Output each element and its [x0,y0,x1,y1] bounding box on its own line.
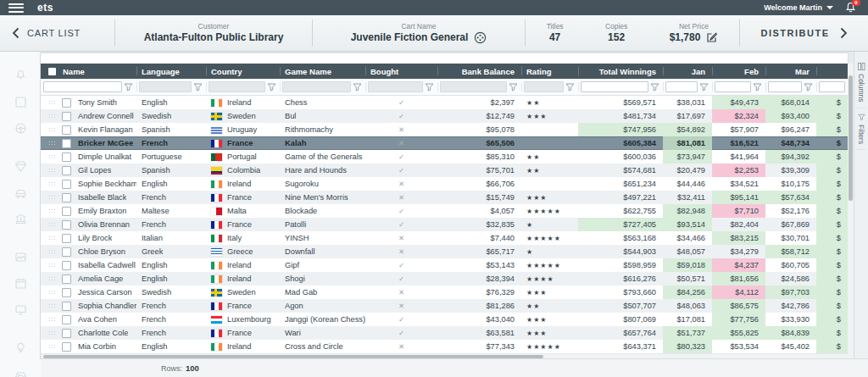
filter-funnel-icon[interactable] [192,83,203,91]
row-checkbox[interactable] [62,302,71,311]
table-row[interactable]: Lily BrockItalianItalyYINSH✕$7,440★★★★★$… [41,231,848,245]
table-row[interactable]: Sophia ChandlerFrenchFranceAgon✕$81,286★… [41,299,848,313]
filter-funnel-icon[interactable] [564,83,576,91]
row-checkbox[interactable] [62,274,71,284]
filter-funnel-icon[interactable] [802,83,814,91]
column-header-bought[interactable]: Bought [365,64,437,79]
row-drag-handle-icon[interactable] [48,317,55,322]
row-checkbox[interactable] [62,125,71,135]
table-row[interactable]: Tony SmithEnglishIrelandChess✓$2,397★★$5… [41,96,848,109]
filter-input-feb[interactable] [715,81,751,92]
side-tab-columns[interactable]: Columns [857,58,865,108]
filter-input-partial[interactable] [819,81,845,92]
row-drag-handle-icon[interactable] [48,263,55,268]
table-row[interactable]: Sophie BeckhamEnglishIrelandSugoroku✕$66… [41,177,848,191]
filter-input-name[interactable] [43,81,122,92]
filter-input-total[interactable] [581,81,648,92]
filter-input-mar[interactable] [768,81,802,92]
row-checkbox[interactable] [62,342,71,352]
sidebar-item-steering-wheel[interactable] [14,121,28,136]
user-menu[interactable]: Welcome Martin [764,3,833,12]
row-drag-handle-icon[interactable] [48,195,55,200]
table-row[interactable]: Amelia CageEnglishIrelandShogi✓$28,394★★… [41,272,848,286]
column-header-game[interactable]: Game Name [280,64,365,79]
filter-funnel-icon[interactable] [507,83,519,91]
sidebar-item-square[interactable] [14,95,28,109]
row-checkbox[interactable] [62,207,71,216]
row-drag-handle-icon[interactable] [48,303,55,308]
table-row[interactable]: Dimple UnalkatPortuguesePortugalGame of … [41,150,848,164]
table-row[interactable]: Isabelle BlackFrenchFranceNine Men's Mor… [41,191,848,204]
row-drag-handle-icon[interactable] [48,222,55,227]
row-checkbox[interactable] [62,193,71,202]
row-checkbox[interactable] [62,329,71,338]
table-row[interactable]: Ava CohenFrenchLuxembourgJanggi (Korean … [41,313,848,326]
column-header-bank[interactable]: Bank Balance [437,64,521,79]
column-header-partial[interactable] [816,64,848,79]
row-checkbox[interactable] [62,288,71,297]
side-tab-filters[interactable]: Filters [857,108,865,150]
table-row[interactable]: Kevin FlanaganSpanishUruguayRithmomachy✕… [41,123,848,136]
table-row[interactable]: Gil LopesSpanishColombiaHare and Hounds✓… [41,164,848,177]
column-header-total[interactable]: Total Winnings [578,64,663,79]
column-header-name[interactable]: Name [41,64,136,79]
row-drag-handle-icon[interactable] [48,154,55,159]
notifications-button[interactable]: 0 [845,2,856,14]
filter-funnel-icon[interactable] [122,83,134,91]
filter-funnel-icon[interactable] [751,83,763,91]
row-checkbox[interactable] [62,152,71,162]
row-drag-handle-icon[interactable] [48,181,55,186]
filter-input-jan[interactable] [665,81,698,92]
table-row[interactable]: Mia CorbinEnglishIrelandCross and Circle… [41,340,848,353]
sidebar-item-controller[interactable] [14,367,28,377]
filter-funnel-icon[interactable] [351,83,363,91]
table-row[interactable]: Isabella CadwellEnglishIrelandGipf✓$53,1… [41,258,848,272]
column-header-language[interactable]: Language [136,64,206,79]
sidebar-item-image[interactable] [14,250,28,264]
row-drag-handle-icon[interactable] [48,114,55,119]
film-reel-icon[interactable] [474,31,487,44]
sidebar-item-diamond[interactable] [14,159,28,174]
column-header-rating[interactable]: Rating [521,64,578,79]
row-drag-handle-icon[interactable] [48,127,55,132]
row-checkbox[interactable] [62,315,71,324]
row-drag-handle-icon[interactable] [48,344,55,349]
row-checkbox[interactable] [62,98,71,108]
row-checkbox[interactable] [62,139,71,148]
row-checkbox[interactable] [62,166,71,175]
row-drag-handle-icon[interactable] [48,249,55,254]
vertical-scrollbar[interactable] [848,64,854,358]
row-drag-handle-icon[interactable] [48,100,55,105]
column-header-jan[interactable]: Jan [663,64,712,79]
row-drag-handle-icon[interactable] [48,141,55,146]
filter-funnel-icon[interactable] [423,83,435,91]
back-to-cart-list-button[interactable]: CART LIST [0,15,114,51]
table-row[interactable]: Olivia BrennanFrenchFrancePatolli✓$32,83… [41,218,848,231]
table-row[interactable]: Chloe BrysonGreekGreeceDownfall✕$65,717★… [41,245,848,258]
row-drag-handle-icon[interactable] [48,208,55,213]
column-header-mar[interactable]: Mar [765,64,816,79]
vertical-scrollbar-thumb[interactable] [849,75,853,201]
sidebar-item-calendar[interactable] [14,276,28,291]
edit-price-icon[interactable] [706,31,718,43]
column-header-country[interactable]: Country [206,64,280,79]
row-drag-handle-icon[interactable] [48,276,55,281]
row-drag-handle-icon[interactable] [48,236,55,241]
row-checkbox[interactable] [62,261,71,270]
sidebar-item-lightbulb[interactable] [14,341,28,355]
table-row[interactable]: Emily BraxtonMalteseMaltaBlockade✓$4,057… [41,204,848,218]
row-checkbox[interactable] [62,247,71,257]
distribute-button[interactable]: DISTRIBUTE [740,15,868,51]
table-row[interactable]: Andrew ConnellSwedishSwedenBul✓$12,749★★… [41,109,848,123]
filter-funnel-icon[interactable] [698,83,709,91]
sidebar-item-car[interactable] [14,186,28,200]
row-drag-handle-icon[interactable] [48,330,55,335]
row-drag-handle-icon[interactable] [48,290,55,295]
row-checkbox[interactable] [62,180,71,189]
row-checkbox[interactable] [62,220,71,230]
table-row[interactable]: Jessica CarsonSwedishSwedenMad Gab✕$76,3… [41,286,848,299]
row-checkbox[interactable] [62,112,71,121]
filter-funnel-icon[interactable] [265,83,277,91]
row-checkbox[interactable] [62,234,71,243]
select-all-checkbox[interactable] [48,68,56,75]
